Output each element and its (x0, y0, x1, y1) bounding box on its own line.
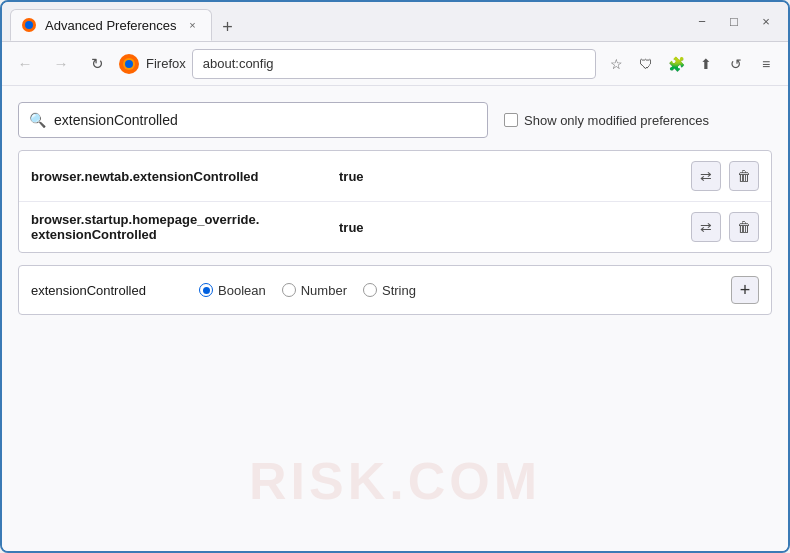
show-modified-container: Show only modified preferences (504, 113, 709, 128)
navigation-bar: ← → ↻ Firefox about:config ☆ 🛡 🧩 ⬆ ↺ ≡ (2, 42, 788, 86)
window-controls: − □ × (688, 8, 780, 36)
close-button[interactable]: × (752, 8, 780, 36)
history-icon[interactable]: ↺ (722, 50, 750, 78)
active-tab[interactable]: Advanced Preferences × (10, 9, 212, 41)
pref-value-2: true (339, 220, 364, 235)
radio-boolean-label: Boolean (218, 283, 266, 298)
row-actions-2: ⇄ 🗑 (691, 212, 759, 242)
extension-icon[interactable]: 🧩 (662, 50, 690, 78)
table-row[interactable]: browser.startup.homepage_override. exten… (19, 202, 771, 252)
radio-string[interactable]: String (363, 283, 416, 298)
pref-name-2-line1: browser.startup.homepage_override. (31, 212, 331, 227)
search-box[interactable]: 🔍 extensionControlled (18, 102, 488, 138)
back-button[interactable]: ← (10, 49, 40, 79)
reload-button[interactable]: ↻ (82, 49, 112, 79)
shield-icon[interactable]: 🛡 (632, 50, 660, 78)
new-pref-name: extensionControlled (31, 283, 191, 298)
radio-boolean-dot (203, 287, 210, 294)
toggle-button-1[interactable]: ⇄ (691, 161, 721, 191)
search-input[interactable]: extensionControlled (54, 112, 178, 128)
new-tab-button[interactable]: + (214, 13, 242, 41)
pref-name-2-container: browser.startup.homepage_override. exten… (31, 212, 331, 242)
delete-button-2[interactable]: 🗑 (729, 212, 759, 242)
watermark: RISK.COM (249, 451, 541, 511)
address-text: about:config (203, 56, 274, 71)
address-bar[interactable]: about:config (192, 49, 596, 79)
radio-number-circle (282, 283, 296, 297)
delete-button-1[interactable]: 🗑 (729, 161, 759, 191)
show-modified-label: Show only modified preferences (524, 113, 709, 128)
toggle-button-2[interactable]: ⇄ (691, 212, 721, 242)
tab-close-button[interactable]: × (185, 17, 201, 33)
table-row[interactable]: browser.newtab.extensionControlled true … (19, 151, 771, 202)
add-preference-section: extensionControlled Boolean Number (18, 265, 772, 315)
sync-icon[interactable]: ⬆ (692, 50, 720, 78)
tab-area: Advanced Preferences × + (10, 2, 680, 41)
browser-window: Advanced Preferences × + − □ × ← → ↻ Fir… (0, 0, 790, 553)
pref-name-2-line2: extensionControlled (31, 227, 331, 242)
show-modified-checkbox[interactable] (504, 113, 518, 127)
radio-number[interactable]: Number (282, 283, 347, 298)
radio-boolean[interactable]: Boolean (199, 283, 266, 298)
firefox-label: Firefox (146, 56, 186, 71)
pref-name-1: browser.newtab.extensionControlled (31, 169, 331, 184)
add-preference-button[interactable]: + (731, 276, 759, 304)
row-actions-1: ⇄ 🗑 (691, 161, 759, 191)
forward-button[interactable]: → (46, 49, 76, 79)
tab-title: Advanced Preferences (45, 18, 177, 33)
pref-value-1: true (339, 169, 364, 184)
add-preference-row: extensionControlled Boolean Number (18, 265, 772, 315)
radio-string-label: String (382, 283, 416, 298)
minimize-button[interactable]: − (688, 8, 716, 36)
bookmark-icon[interactable]: ☆ (602, 50, 630, 78)
title-bar: Advanced Preferences × + − □ × (2, 2, 788, 42)
menu-icon[interactable]: ≡ (752, 50, 780, 78)
radio-number-label: Number (301, 283, 347, 298)
firefox-logo-icon (118, 53, 140, 75)
svg-point-1 (25, 21, 33, 29)
radio-boolean-circle (199, 283, 213, 297)
search-container: 🔍 extensionControlled Show only modified… (18, 102, 772, 138)
maximize-button[interactable]: □ (720, 8, 748, 36)
search-icon: 🔍 (29, 112, 46, 128)
nav-icon-group: ☆ 🛡 🧩 ⬆ ↺ ≡ (602, 50, 780, 78)
tab-favicon (21, 17, 37, 33)
content-area: RISK.COM 🔍 extensionControlled Show only… (2, 86, 788, 551)
type-radio-group: Boolean Number String (199, 283, 416, 298)
radio-string-circle (363, 283, 377, 297)
results-table: browser.newtab.extensionControlled true … (18, 150, 772, 253)
svg-point-4 (125, 60, 133, 68)
